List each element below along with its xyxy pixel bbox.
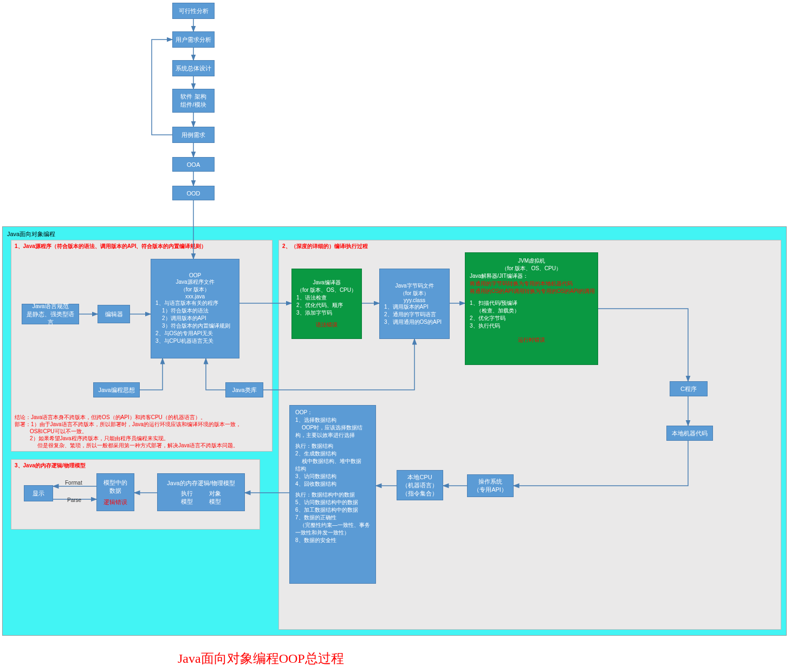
l9: 3、执行代码	[468, 322, 595, 330]
l1: 操作系统	[478, 478, 502, 486]
label: OOD	[186, 190, 200, 197]
l7: 2）调用版本的API	[153, 315, 237, 322]
l6: 2、生成数据结构	[293, 450, 372, 458]
node-java-thought: Java编程思想	[93, 382, 140, 397]
l10: 3、与CPU机器语言无关	[153, 337, 237, 345]
node-ooa: OOA	[172, 157, 215, 172]
label: 用例需求	[181, 131, 205, 139]
l14: 7、数据的正确性	[293, 514, 372, 521]
l13: 6、加工数据结构中的数据	[293, 506, 372, 514]
l1: 本地CPU	[407, 473, 432, 481]
l15: （完整性约束—一致性、事务	[293, 521, 372, 529]
note-l3: OS和CPU可以不一致。	[15, 428, 269, 435]
l5: 模型	[209, 498, 221, 506]
l9: 3、访问数据结构	[293, 473, 372, 480]
node-architecture: 软件 架构 组件/模块	[172, 89, 215, 113]
node-c-program: C程序	[670, 381, 708, 396]
err: 语法错误	[316, 321, 338, 329]
l5: 2、通用的字节码语言	[382, 311, 447, 318]
node-mem-model: Java的内存逻辑/物理模型 执行 模型 对象 模型	[157, 473, 245, 511]
l2: 数据	[109, 487, 121, 495]
panel3-title: 3、Java的内存逻辑/物理模型	[15, 462, 86, 469]
l5: 执行：数据结构	[293, 442, 372, 450]
node-java-spec: Java语言规范 是静态、强类型语言	[22, 304, 79, 324]
l8: 2、优化字节码	[468, 315, 595, 322]
l2: 执行	[181, 490, 193, 498]
panel2-title: 2、（深度的详细的）编译/执行过程	[282, 243, 368, 250]
l8: 结构	[293, 465, 372, 473]
l: Java编程思想	[98, 386, 134, 394]
node-oop-source: OOP Java源程序文件 （for 版本） xxx.java 1、与语言版本有…	[151, 259, 239, 358]
l1: Java编译器	[313, 279, 340, 286]
l4: 将通用的字节码转换为专用的本地机器代码	[468, 280, 595, 288]
note-l1: 结论：Java语言本身不跨版本，但跨OS（的API）和跨客CPU（的机器语言）。	[15, 414, 269, 421]
node-java-lib: Java类库	[225, 382, 263, 397]
node-requirements: 用户需求分析	[172, 31, 215, 48]
l11: 执行：数据结构中的数据	[293, 491, 372, 499]
l1: OOP：	[293, 409, 372, 416]
label-l2: 组件/模块	[180, 101, 206, 109]
l4: xxx.java	[185, 293, 205, 299]
panel1-title: 1、Java源程序（符合版本的语法、调用版本的API、符合版本的内置编译规则）	[15, 243, 206, 250]
label-format: Format	[65, 480, 82, 486]
l1: OOP	[189, 272, 201, 278]
node-bytecode: Java字节码文件 （for 版本） yyy.class 1、调用版本的API …	[379, 269, 450, 339]
l1: 模型中的	[103, 479, 127, 487]
node-usecase: 用例需求	[172, 127, 215, 143]
label-l1: 软件 架构	[180, 93, 206, 101]
node-ood: OOD	[172, 186, 215, 200]
label: OOA	[187, 161, 200, 168]
diagram-title: Java面向对象编程OOP总过程	[178, 650, 344, 667]
l: 本地机器代码	[672, 429, 708, 438]
l5: 3、添加字节码	[294, 309, 359, 317]
node-os: 操作系统 （专用API）	[467, 474, 514, 497]
panel1-note: 结论：Java语言本身不跨版本，但跨OS（的API）和跨客CPU（的机器语言）。…	[15, 414, 269, 449]
l3: 对象	[209, 490, 221, 498]
container-title: Java面向对象编程	[7, 230, 55, 238]
l4: 构，主要以效率进行选择	[293, 432, 372, 439]
l8: 3）符合版本的内置编译规则	[153, 322, 237, 330]
l1: JVM虚拟机	[518, 257, 545, 265]
l2: （机器语言）	[402, 481, 438, 490]
l2: 1、选择数据结构	[293, 416, 372, 424]
node-feasibility: 可行性分析	[172, 3, 215, 19]
l16: 一致性和并发一致性）	[293, 529, 372, 537]
l: C程序	[680, 385, 697, 393]
l4: 模型	[181, 498, 193, 506]
l2: Java源程序文件	[176, 278, 214, 286]
l6: 1）符合版本的语法	[153, 307, 237, 315]
node-model-data: 模型中的 数据 逻辑错误	[96, 473, 134, 511]
l3: OOP时，应该选择数据结	[293, 424, 372, 432]
l7: 栈中数据结构、堆中数据	[293, 458, 372, 465]
l2: （for 版本、OS、CPU）	[502, 265, 561, 272]
l10: 4、回收数据结构	[293, 480, 372, 488]
label: 系统总体设计	[176, 64, 211, 73]
l4: 1、调用版本的API	[382, 303, 447, 311]
node-oop-exec: OOP： 1、选择数据结构 OOP时，应该选择数据结 构，主要以效率进行选择 执…	[289, 405, 376, 584]
node-java-compiler: Java编译器 （for 版本、OS、CPU） 1、语法检查 2、优化代码、顺序…	[291, 269, 362, 339]
l3: （for 版本）	[180, 286, 210, 293]
l7: （检查、加载类）	[468, 307, 595, 315]
l3: Java解释器/JIT编译器：	[468, 272, 595, 280]
l6: 1、扫描代码/预编译	[468, 299, 595, 307]
node-native-code: 本地机器代码	[666, 426, 713, 441]
l: 显示	[33, 490, 44, 498]
l3: yyy.class	[404, 297, 425, 303]
l3: 1、语法检查	[294, 294, 359, 302]
err: 运行时错误	[518, 336, 545, 344]
l5: 将通用的OS的API调用转换为专用的OS的API的调用	[468, 288, 595, 295]
label: 可行性分析	[179, 7, 209, 15]
node-editor: 编辑器	[98, 305, 130, 323]
node-system-design: 系统总体设计	[172, 60, 215, 76]
l12: 5、访问数据结构中的数据	[293, 499, 372, 506]
label-parse: Parse	[67, 497, 81, 503]
l4: 2、优化代码、顺序	[294, 302, 359, 309]
l5: 1、与语言版本有关的程序	[153, 299, 237, 307]
l: Java类库	[232, 386, 256, 394]
l3: （指令集合）	[402, 490, 438, 498]
note-l4: 2）如果希望Java程序跨版本，只能由程序员编程来实现。	[15, 435, 269, 442]
node-display: 显示	[24, 485, 53, 501]
l1: Java语言规范	[32, 302, 68, 310]
note-l5: 但是很复杂、繁琐，所以一般都采用第一种方式部署，解决Java语言不跨版本问题。	[15, 442, 269, 449]
l17: 8、数据的安全性	[293, 537, 372, 544]
